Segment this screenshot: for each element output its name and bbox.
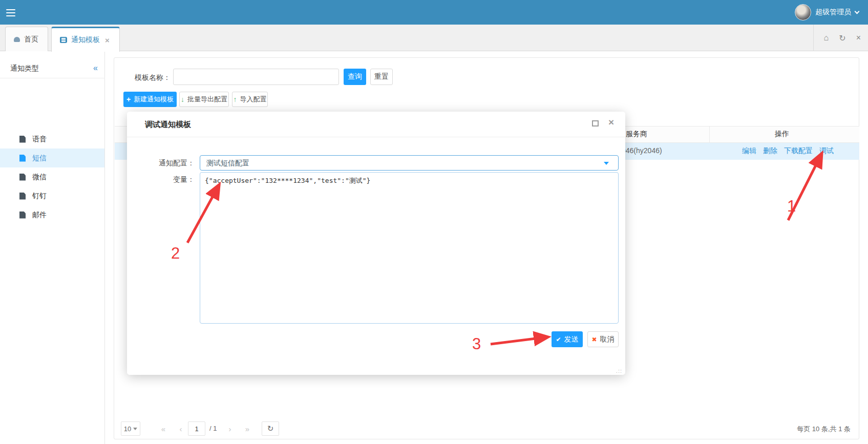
check-icon: ✔	[556, 336, 561, 343]
next-page-button[interactable]: ›	[224, 421, 236, 436]
page-size-select[interactable]: 10	[121, 421, 140, 436]
tab-home-label: 首页	[24, 35, 38, 44]
column-provider: 服务商	[626, 130, 647, 139]
file-icon	[19, 193, 26, 200]
notify-config-value: 测试短信配置	[206, 159, 249, 168]
caret-down-icon	[133, 428, 137, 430]
arrow-up-icon: ↑	[234, 95, 237, 103]
book-icon	[60, 37, 67, 43]
tabbar-tools: ⌂ ↻ ×	[813, 25, 861, 51]
sidebar-item-label: 语音	[32, 135, 47, 144]
user-name: 超级管理员	[815, 8, 851, 17]
pagination-bar: 10 « ‹ / 1 › » ↻ 每页 10 条,共 1 条	[114, 419, 859, 440]
page-number-input[interactable]	[188, 421, 205, 436]
chevron-down-icon	[855, 9, 860, 14]
tab-bar: 首页 通知模板 × ⌂ ↻ ×	[0, 25, 868, 51]
sidebar-header: 通知类型 «	[0, 60, 105, 78]
avatar	[795, 4, 811, 20]
last-page-button[interactable]: »	[241, 421, 253, 436]
sidebar-title: 通知类型	[10, 64, 39, 73]
sidebar-item-wechat[interactable]: 微信	[0, 167, 104, 186]
x-icon: ✖	[591, 336, 597, 343]
send-label: 发送	[564, 335, 579, 344]
batch-export-button[interactable]: ↓ 批量导出配置	[179, 92, 229, 107]
file-icon	[19, 174, 26, 181]
batch-export-label: 批量导出配置	[187, 95, 227, 104]
variables-label: 变量：	[149, 175, 195, 184]
close-all-icon[interactable]: ×	[856, 33, 861, 43]
variables-textarea[interactable]: {"acceptUser":"132****1234","test":"测试"}	[200, 172, 619, 324]
sidebar-item-label: 短信	[32, 154, 47, 163]
new-template-label: 新建通知模板	[134, 95, 174, 104]
reset-button[interactable]: 重置	[370, 69, 393, 85]
sidebar: 通知类型 « 语音 短信 微信 钉钉 邮件	[0, 51, 105, 444]
arrow-down-icon: ↓	[181, 95, 184, 103]
debug-link[interactable]: 调试	[819, 146, 834, 156]
sidebar-item-label: 邮件	[32, 210, 47, 220]
cell-provider: 046(hy2046)	[622, 146, 662, 155]
sidebar-item-sms[interactable]: 短信	[0, 149, 104, 167]
new-template-button[interactable]: + 新建通知模板	[123, 92, 177, 107]
top-navbar: 超级管理员	[0, 0, 868, 25]
collapse-sidebar-icon[interactable]: «	[93, 64, 98, 73]
import-config-button[interactable]: ↑ 导入配置	[232, 92, 268, 107]
caret-down-icon	[604, 162, 609, 165]
template-name-label: 模板名称：	[135, 73, 171, 82]
modal-header: 调试通知模板 ×	[127, 112, 625, 137]
file-icon	[19, 155, 26, 162]
import-config-label: 导入配置	[240, 95, 267, 104]
hamburger-menu-icon[interactable]	[6, 7, 17, 17]
plus-icon: +	[126, 95, 131, 103]
template-name-input[interactable]	[173, 69, 339, 85]
tab-notification-template[interactable]: 通知模板 ×	[51, 27, 120, 52]
page-size-value: 10	[124, 425, 131, 433]
query-button[interactable]: 查询	[344, 69, 366, 85]
column-actions: 操作	[775, 130, 789, 139]
android-icon	[14, 37, 20, 42]
debug-template-modal: 调试通知模板 × 通知配置： 测试短信配置 变量： {"acceptUser":…	[127, 112, 625, 375]
pagination-summary: 每页 10 条,共 1 条	[797, 425, 851, 434]
notify-config-label: 通知配置：	[149, 159, 195, 168]
tab-close-icon[interactable]: ×	[105, 36, 110, 45]
divider	[0, 78, 105, 78]
maximize-icon[interactable]	[592, 120, 599, 126]
cell-actions: 编辑 删除 下载配置 调试	[742, 146, 834, 156]
modal-close-icon[interactable]: ×	[608, 117, 614, 128]
prev-page-button[interactable]: ‹	[175, 421, 187, 436]
sidebar-item-label: 钉钉	[32, 192, 47, 201]
sidebar-item-email[interactable]: 邮件	[0, 205, 104, 224]
total-pages-label: / 1	[209, 425, 217, 432]
refresh-icon[interactable]: ↻	[839, 33, 845, 43]
home-icon[interactable]: ⌂	[824, 33, 829, 43]
app-root: 超级管理员 首页 通知模板 × ⌂ ↻ × 通知类型 « 语音	[0, 0, 868, 444]
first-page-button[interactable]: «	[157, 421, 170, 436]
cancel-label: 取消	[600, 335, 615, 344]
file-icon	[19, 136, 26, 143]
tab-active-label: 通知模板	[71, 35, 100, 45]
modal-title: 调试通知模板	[145, 120, 191, 130]
delete-link[interactable]: 删除	[763, 146, 777, 156]
tab-home[interactable]: 首页	[5, 27, 48, 51]
download-config-link[interactable]: 下载配置	[784, 146, 813, 156]
refresh-table-button[interactable]: ↻	[262, 421, 279, 436]
sidebar-item-dingtalk[interactable]: 钉钉	[0, 186, 104, 205]
sidebar-item-label: 微信	[32, 173, 47, 182]
cancel-button[interactable]: ✖ 取消	[587, 331, 619, 347]
send-button[interactable]: ✔ 发送	[552, 331, 583, 347]
sidebar-item-voice[interactable]: 语音	[0, 130, 104, 149]
edit-link[interactable]: 编辑	[742, 146, 756, 156]
user-menu[interactable]: 超级管理员	[795, 0, 859, 25]
file-icon	[19, 212, 26, 219]
notify-config-select[interactable]: 测试短信配置	[200, 155, 619, 171]
resize-grip[interactable]: .::	[616, 368, 622, 374]
